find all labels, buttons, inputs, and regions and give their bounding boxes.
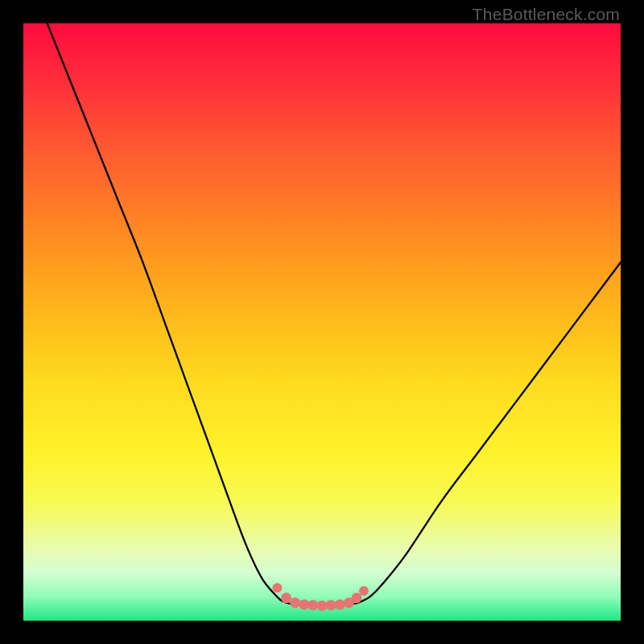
plot-area	[23, 23, 621, 621]
valley-marker	[308, 600, 318, 610]
valley-marker	[359, 586, 369, 596]
valley-marker	[326, 600, 336, 610]
valley-marker	[281, 592, 291, 603]
valley-marker	[299, 599, 309, 609]
bottleneck-curve	[47, 23, 621, 606]
curve-layer	[23, 23, 621, 621]
valley-marker	[290, 597, 300, 608]
valley-marker	[352, 592, 362, 603]
valley-marker	[335, 599, 345, 609]
valley-marker	[317, 601, 328, 611]
valley-marker	[272, 583, 282, 592]
valley-markers	[272, 583, 369, 611]
curve-path	[47, 23, 621, 606]
attribution-text: TheBottleneck.com	[473, 5, 620, 24]
chart-frame: TheBottleneck.com	[0, 0, 644, 644]
